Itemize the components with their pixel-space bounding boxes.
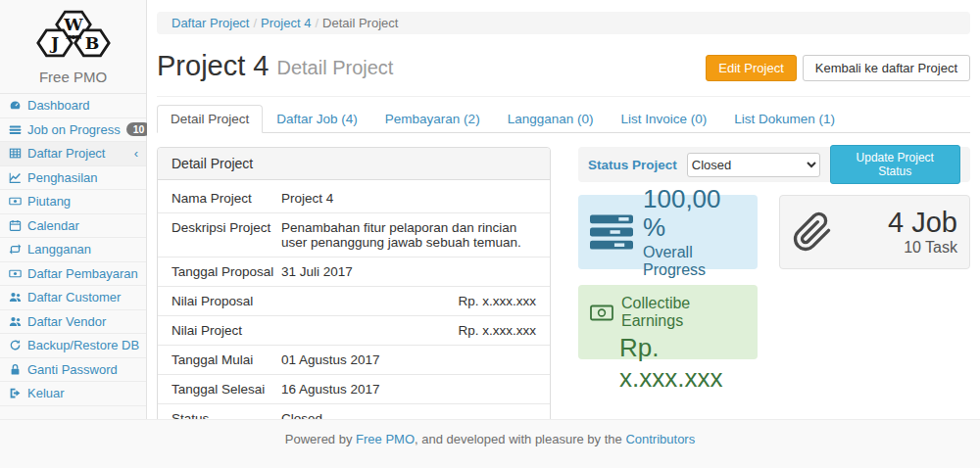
sidebar-item-label: Keluar — [27, 386, 65, 400]
footer: Powered by Free PMO, and developed with … — [0, 419, 980, 468]
summary-cards: 100,00 % Overall Progress Collectibe Ear — [578, 195, 970, 359]
detail-value: 01 Agustus 2017 — [281, 352, 536, 367]
detail-value: 16 Agustus 2017 — [281, 382, 536, 397]
brand-logo-box[interactable]: W J B .com Free PMO — [0, 0, 146, 93]
overall-progress-label: Overall Progress — [643, 244, 746, 279]
tab-langganan[interactable]: Langganan (0) — [494, 105, 608, 133]
detail-value: Rp. x.xxx.xxx — [281, 294, 536, 308]
detail-row-nilai-proposal: Nilai Proposal Rp. x.xxx.xxx — [158, 287, 550, 316]
table-icon — [8, 147, 22, 160]
svg-text:.com: .com — [65, 33, 80, 40]
status-project-bar: Status Project Closed Update Project Sta… — [578, 147, 970, 182]
tasks-icon — [8, 123, 22, 136]
detail-label: Nama Project — [172, 191, 281, 206]
collectible-earnings-card: Collectibe Earnings Rp. x.xxx.xxx — [578, 285, 758, 359]
breadcrumb: Daftar Project/Project 4/Detail Project — [157, 12, 970, 34]
users-icon — [8, 315, 22, 328]
sidebar-item-label: Piutang — [27, 194, 71, 209]
svg-text:J: J — [48, 33, 58, 53]
tab-list-invoice[interactable]: List Invoice (0) — [607, 105, 720, 133]
header-buttons: Edit Project Kembali ke daftar Project — [706, 55, 970, 81]
sidebar-item-calendar[interactable]: Calendar — [0, 214, 146, 239]
header-divider — [157, 96, 970, 97]
earnings-value: Rp. x.xxx.xxx — [619, 333, 746, 394]
job-card-text: 4 Job 10 Task — [888, 208, 957, 257]
update-project-status-button[interactable]: Update Project Status — [830, 145, 961, 184]
status-project-select[interactable]: Closed — [687, 153, 820, 177]
page-title: Project 4 — [157, 50, 269, 82]
lock-icon — [8, 363, 22, 376]
task-count-value: 10 Task — [888, 239, 957, 257]
sidebar-item-daftar-customer[interactable]: Daftar Customer — [0, 286, 146, 310]
breadcrumb-current: Detail Project — [322, 16, 398, 30]
footer-contributors-link[interactable]: Contributors — [625, 432, 695, 446]
refresh-icon — [8, 339, 22, 351]
tab-pembayaran[interactable]: Pembayaran (2) — [371, 105, 494, 133]
page-subtitle: Detail Project — [276, 57, 393, 79]
sidebar-item-label: Daftar Vendor — [27, 314, 106, 329]
app-window: W J B .com Free PMO Dashboard — [0, 0, 980, 468]
main-content: Daftar Project/Project 4/Detail Project … — [147, 0, 980, 419]
sidebar-item-label: Backup/Restore DB — [27, 338, 139, 352]
sidebar-item-label: Daftar Project — [27, 146, 105, 161]
earnings-label: Collectibe Earnings — [621, 295, 746, 330]
detail-label: Nilai Project — [172, 323, 281, 338]
detail-value: Rp. x.xxx.xxx — [281, 323, 536, 338]
detail-label: Nilai Proposal — [172, 294, 281, 308]
job-task-count-card: 4 Job 10 Task — [779, 195, 970, 269]
detail-row-tanggal-proposal: Tanggal Proposal 31 Juli 2017 — [158, 257, 550, 287]
sidebar-item-job-on-progress[interactable]: Job on Progress 10 — [0, 118, 146, 143]
sidebar-item-label: Dashboard — [27, 98, 90, 113]
detail-value: Penambahan fitur pelaporan dan rincian u… — [281, 220, 536, 250]
detail-row-tanggal-mulai: Tanggal Mulai 01 Agustus 2017 — [158, 346, 550, 375]
money-bill-icon — [590, 304, 613, 321]
sidebar-item-keluar[interactable]: Keluar — [0, 382, 146, 406]
sidebar-item-dashboard[interactable]: Dashboard — [0, 94, 146, 118]
detail-row-nilai-project: Nilai Project Rp. x.xxx.xxx — [158, 316, 550, 346]
progress-card-text: 100,00 % Overall Progress — [643, 185, 746, 278]
cards-left-column: 100,00 % Overall Progress Collectibe Ear — [578, 195, 758, 359]
chevron-left-icon: ‹ — [134, 149, 138, 159]
back-to-project-list-button[interactable]: Kembali ke daftar Project — [803, 55, 970, 81]
breadcrumb-project-4[interactable]: Project 4 — [261, 16, 311, 30]
sidebar-item-label: Job on Progress — [27, 122, 121, 137]
detail-row-tanggal-selesai: Tanggal Selesai 16 Agustus 2017 — [158, 375, 550, 404]
sidebar-item-langganan[interactable]: Langganan — [0, 238, 146, 262]
sidebar-item-daftar-vendor[interactable]: Daftar Vendor — [0, 310, 146, 335]
cards-right-column: 4 Job 10 Task — [779, 195, 970, 359]
sidebar: W J B .com Free PMO Dashboard — [0, 0, 147, 419]
sidebar-item-daftar-pembayaran[interactable]: Daftar Pembayaran — [0, 262, 146, 287]
sidebar-item-daftar-project[interactable]: Daftar Project ‹ — [0, 142, 146, 166]
money-icon — [8, 267, 22, 280]
sidebar-item-label: Ganti Password — [27, 362, 118, 377]
sidebar-item-label: Daftar Customer — [27, 290, 121, 304]
detail-label: Deskripsi Project — [172, 220, 281, 250]
tab-list-dokumen[interactable]: List Dokumen (1) — [720, 105, 849, 133]
sidebar-item-ganti-password[interactable]: Ganti Password — [0, 358, 146, 383]
tasks-bars-icon — [590, 214, 633, 250]
footer-text: , and developed with pleasure by the — [415, 432, 625, 446]
tab-bar: Detail Project Daftar Job (4) Pembayaran… — [157, 105, 970, 133]
svg-text:W: W — [63, 15, 83, 34]
breadcrumb-daftar-project[interactable]: Daftar Project — [172, 16, 249, 30]
page-header: Project 4 Detail Project Edit Project Ke… — [157, 46, 970, 90]
detail-label: Tanggal Proposal — [172, 264, 281, 279]
sidebar-item-label: Calendar — [27, 218, 79, 233]
sidebar-item-backup-restore-db[interactable]: Backup/Restore DB — [0, 334, 146, 358]
footer-text: Powered by — [285, 432, 356, 446]
overall-progress-value: 100,00 % — [643, 185, 746, 241]
overall-progress-card: 100,00 % Overall Progress — [578, 195, 758, 269]
users-icon — [8, 291, 22, 304]
breadcrumb-separator: / — [249, 16, 261, 30]
detail-row-deskripsi-project: Deskripsi Project Penambahan fitur pelap… — [158, 213, 550, 257]
dashboard-icon — [8, 99, 22, 112]
footer-freepmo-link[interactable]: Free PMO — [356, 432, 415, 446]
sidebar-item-penghasilan[interactable]: Penghasilan — [0, 166, 146, 191]
repeat-icon — [8, 243, 22, 256]
sidebar-item-piutang[interactable]: Piutang — [0, 190, 146, 214]
breadcrumb-separator: / — [311, 16, 322, 30]
sidebar-item-label: Penghasilan — [27, 170, 98, 185]
edit-project-button[interactable]: Edit Project — [706, 55, 796, 81]
tab-detail-project[interactable]: Detail Project — [157, 105, 263, 133]
tab-daftar-job[interactable]: Daftar Job (4) — [263, 105, 371, 133]
